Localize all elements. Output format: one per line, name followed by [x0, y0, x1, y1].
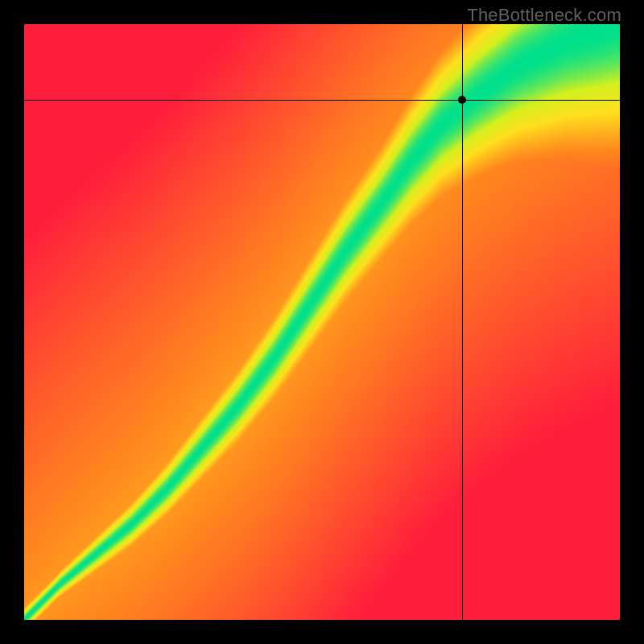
- crosshair-vertical: [462, 24, 463, 620]
- crosshair-horizontal: [24, 100, 620, 101]
- watermark-text: TheBottleneck.com: [467, 5, 621, 26]
- chart-frame: TheBottleneck.com: [0, 0, 644, 644]
- bottleneck-heatmap: [24, 24, 620, 620]
- selection-marker: [458, 96, 466, 104]
